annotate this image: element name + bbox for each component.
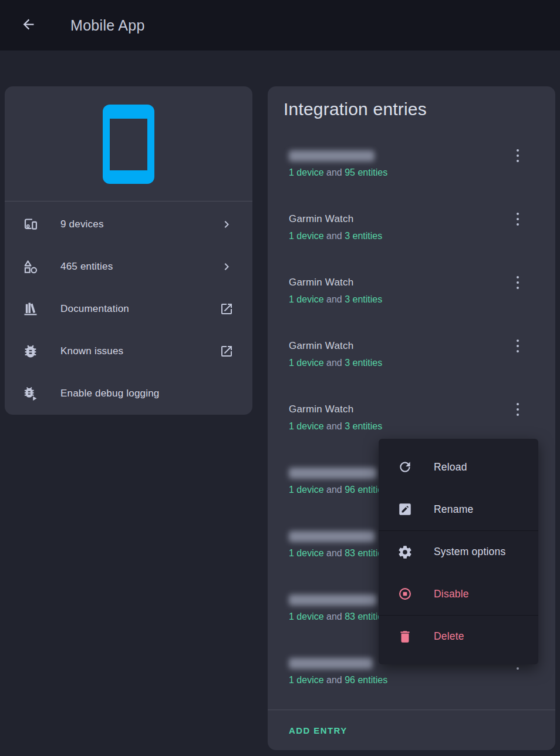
back-button[interactable] — [14, 11, 42, 39]
integration-entry[interactable]: 1 device and 95 entities — [282, 143, 541, 199]
appbar: Mobile App — [0, 0, 560, 51]
entry-subtitle: 1 device and 96 entities — [289, 675, 387, 686]
chevron-right-icon — [220, 217, 234, 231]
entry-menu-button[interactable] — [506, 271, 529, 294]
entry-menu-button[interactable] — [506, 144, 529, 167]
entry-name-redacted — [289, 594, 377, 606]
entry-name-redacted — [289, 468, 377, 479]
devices-link[interactable]: 1 device — [289, 611, 324, 621]
entry-menu-button[interactable] — [506, 207, 529, 231]
devices-count-label: 9 devices — [60, 219, 104, 230]
entry-subtitle: 1 device and 96 entities — [289, 485, 387, 495]
page-title: Mobile App — [70, 17, 145, 34]
bug-icon — [22, 343, 39, 359]
entities-link[interactable]: 3 entities — [345, 294, 382, 304]
entry-subtitle: 1 device and 83 entities — [289, 548, 387, 559]
enable-debug-logging-label: Enable debug logging — [60, 388, 159, 399]
entries-card-title: Integration entries — [284, 99, 427, 119]
entries-card-footer: ADD ENTRY — [268, 710, 555, 750]
entry-subtitle: 1 device and 3 entities — [289, 231, 382, 241]
entry-name: Garmin Watch — [289, 340, 353, 352]
menu-item-delete[interactable]: Delete — [379, 615, 538, 657]
chevron-right-icon — [220, 260, 234, 274]
entities-link[interactable]: 3 entities — [345, 231, 382, 241]
stop-circle-icon — [397, 586, 413, 602]
integration-entry[interactable]: Garmin Watch 1 device and 3 entities — [282, 270, 541, 326]
entry-name-redacted — [289, 531, 375, 542]
devices-link[interactable]: 1 device — [289, 231, 324, 241]
bookshelf-icon — [22, 301, 39, 317]
menu-item-rename[interactable]: Rename — [379, 488, 538, 530]
bug-play-icon — [22, 385, 39, 402]
entry-context-menu: Reload Rename System options Disable Del… — [379, 439, 538, 664]
cellphone-icon — [103, 105, 154, 184]
entry-subtitle: 1 device and 3 entities — [289, 421, 382, 432]
entry-name: Garmin Watch — [289, 277, 353, 288]
add-entry-button[interactable]: ADD ENTRY — [289, 725, 348, 735]
integration-entry[interactable]: Garmin Watch 1 device and 3 entities — [282, 206, 541, 263]
devices-link[interactable]: 1 device — [289, 485, 324, 495]
entities-link[interactable]: 95 entities — [345, 167, 387, 177]
entry-subtitle: 1 device and 83 entities — [289, 611, 387, 622]
devices-link[interactable]: 1 device — [289, 421, 324, 431]
entities-link[interactable]: 3 entities — [345, 421, 382, 431]
devices-link[interactable]: 1 device — [289, 358, 324, 368]
entry-name-redacted — [289, 658, 373, 669]
documentation-label: Documentation — [60, 303, 129, 315]
entities-count-label: 465 entities — [60, 261, 113, 273]
rename-box-icon — [397, 502, 413, 517]
devices-link[interactable]: 1 device — [289, 675, 324, 685]
entry-subtitle: 1 device and 95 entities — [289, 167, 387, 178]
menu-item-reload[interactable]: Reload — [379, 446, 538, 488]
known-issues-link-row[interactable]: Known issues — [5, 330, 252, 372]
integration-info-card: 9 devices 465 entities Documenta — [5, 86, 252, 415]
shapes-icon — [22, 258, 39, 275]
cog-icon — [397, 545, 413, 560]
open-in-new-icon — [220, 344, 234, 358]
entry-name: Garmin Watch — [289, 404, 353, 415]
known-issues-label: Known issues — [60, 345, 123, 357]
entry-subtitle: 1 device and 3 entities — [289, 358, 382, 368]
devices-link[interactable]: 1 device — [289, 548, 324, 558]
menu-item-system-options[interactable]: System options — [379, 530, 538, 573]
trash-icon — [397, 629, 413, 644]
entry-subtitle: 1 device and 3 entities — [289, 294, 382, 305]
enable-debug-logging-row[interactable]: Enable debug logging — [5, 372, 252, 415]
entities-link-row[interactable]: 465 entities — [5, 246, 252, 288]
entities-link[interactable]: 3 entities — [345, 358, 382, 368]
devices-link-row[interactable]: 9 devices — [5, 203, 252, 246]
entities-link[interactable]: 96 entities — [345, 675, 387, 685]
entry-menu-button[interactable] — [506, 398, 529, 421]
integration-entry[interactable]: Garmin Watch 1 device and 3 entities — [282, 333, 541, 389]
devices-link[interactable]: 1 device — [289, 294, 324, 304]
entry-name: Garmin Watch — [289, 213, 353, 225]
entry-name-redacted — [289, 150, 375, 162]
integration-artwork — [5, 86, 252, 201]
documentation-link-row[interactable]: Documentation — [5, 288, 252, 330]
info-list: 9 devices 465 entities Documenta — [5, 201, 252, 415]
arrow-left-icon — [21, 16, 36, 34]
devices-icon — [22, 216, 39, 233]
open-in-new-icon — [220, 302, 234, 316]
entry-menu-button[interactable] — [506, 334, 529, 358]
reload-icon — [397, 459, 413, 475]
devices-link[interactable]: 1 device — [289, 167, 324, 177]
menu-item-disable[interactable]: Disable — [379, 573, 538, 615]
